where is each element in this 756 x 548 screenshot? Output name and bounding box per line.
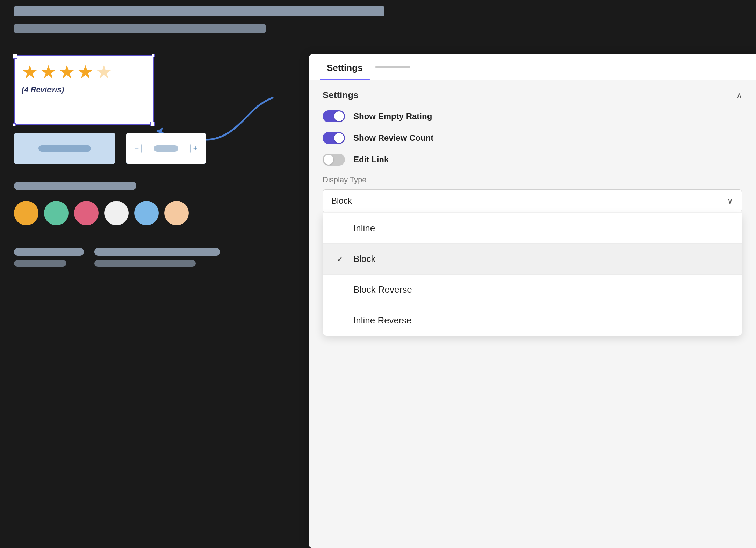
bottom-bar-3 xyxy=(94,248,220,256)
review-count-text: (4 Reviews) xyxy=(22,85,146,94)
toggle-label-empty-rating: Show Empty Rating xyxy=(353,111,432,121)
dropdown-item-inline[interactable]: Inline xyxy=(323,213,742,243)
toggle-edit-link[interactable] xyxy=(323,154,345,166)
swatch-white[interactable] xyxy=(104,201,129,225)
star-5: ★ xyxy=(96,63,112,81)
canvas-stepper: − + xyxy=(126,133,206,164)
toggle-row-empty-rating: Show Empty Rating xyxy=(323,110,742,122)
display-type-value: Block xyxy=(331,196,352,206)
resize-handle-bl[interactable] xyxy=(13,123,16,126)
dropdown-label-inline: Inline xyxy=(353,223,375,234)
toggle-label-edit-link: Edit Link xyxy=(353,155,389,165)
dropdown-item-inline-reverse[interactable]: Inline Reverse xyxy=(323,305,742,336)
settings-section: Settings ∧ Show Empty Rating Show Review… xyxy=(309,80,756,345)
top-placeholder-bar-2 xyxy=(14,24,266,33)
swatch-blue[interactable] xyxy=(134,201,159,225)
bottom-bars-col1 xyxy=(14,248,84,267)
bottom-bars xyxy=(14,248,220,267)
star-3: ★ xyxy=(59,63,75,81)
right-panel: Settings Settings ∧ Show Empty Rating Sh… xyxy=(309,54,756,548)
canvas-button-row: − + xyxy=(14,133,206,164)
stepper-value xyxy=(154,145,178,152)
stepper-plus[interactable]: + xyxy=(190,144,200,153)
swatch-pink[interactable] xyxy=(74,201,99,225)
swatch-green[interactable] xyxy=(44,201,69,225)
toggle-knob-empty-rating xyxy=(334,111,344,121)
dropdown-label-inline-reverse: Inline Reverse xyxy=(353,315,411,326)
checkmark-block: ✓ xyxy=(337,254,346,264)
stepper-minus[interactable]: − xyxy=(132,144,142,153)
toggle-knob-edit-link xyxy=(324,155,333,165)
chevron-up-icon[interactable]: ∧ xyxy=(736,91,742,100)
color-swatches-row xyxy=(14,201,189,225)
toggle-label-review-count: Show Review Count xyxy=(353,133,433,143)
section-header: Settings ∧ xyxy=(323,90,742,101)
toggle-row-review-count: Show Review Count xyxy=(323,132,742,144)
display-type-dropdown: Inline ✓ Block Block Reverse Inline Reve… xyxy=(323,213,742,336)
toggle-show-review-count[interactable] xyxy=(323,132,345,144)
star-1: ★ xyxy=(22,63,38,81)
canvas-long-placeholder xyxy=(14,182,136,190)
dropdown-label-block-reverse: Block Reverse xyxy=(353,284,412,295)
chevron-down-icon: ∨ xyxy=(727,196,733,206)
tab-line-placeholder xyxy=(375,66,410,68)
star-2: ★ xyxy=(40,63,57,81)
top-placeholder-bar-1 xyxy=(14,6,384,16)
resize-handle-tr[interactable] xyxy=(152,54,155,57)
display-type-select[interactable]: Block ∨ xyxy=(323,189,742,212)
swatch-orange[interactable] xyxy=(14,201,38,225)
dropdown-label-block: Block xyxy=(353,254,376,264)
swatch-peach[interactable] xyxy=(164,201,189,225)
bottom-bar-1 xyxy=(14,248,84,256)
toggle-row-edit-link: Edit Link xyxy=(323,154,742,166)
tab-settings[interactable]: Settings xyxy=(320,54,370,80)
svg-marker-0 xyxy=(157,127,163,133)
toggle-show-empty-rating[interactable] xyxy=(323,110,345,122)
bottom-bars-col2 xyxy=(94,248,220,267)
section-title: Settings xyxy=(323,90,359,101)
canvas-button-1-inner xyxy=(38,145,91,152)
dropdown-item-block[interactable]: ✓ Block xyxy=(323,244,742,274)
star-4: ★ xyxy=(77,63,94,81)
bottom-bar-4 xyxy=(94,260,196,267)
toggle-knob-review-count xyxy=(334,133,344,143)
panel-tabs: Settings xyxy=(309,54,756,80)
tab-settings-label: Settings xyxy=(327,63,363,73)
display-type-label: Display Type xyxy=(323,175,742,184)
rating-widget[interactable]: ★ ★ ★ ★ ★ (4 Reviews) xyxy=(14,55,154,125)
stars-row: ★ ★ ★ ★ ★ xyxy=(22,63,146,81)
dropdown-item-block-reverse[interactable]: Block Reverse xyxy=(323,275,742,305)
canvas-button-1 xyxy=(14,133,115,164)
bottom-bar-2 xyxy=(14,260,66,267)
